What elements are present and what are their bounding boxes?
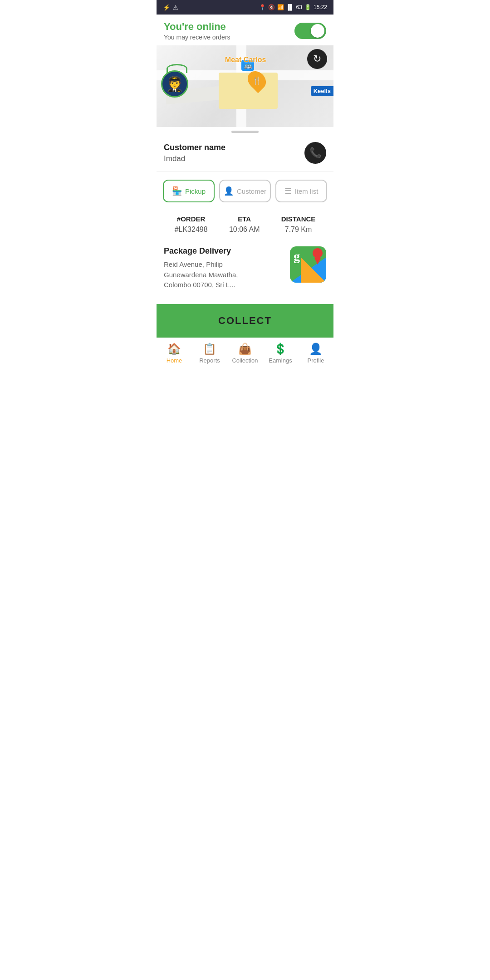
nav-profile[interactable]: 👤 Profile — [298, 343, 333, 364]
reports-nav-label: Reports — [199, 357, 220, 364]
reports-nav-icon: 📋 — [203, 343, 216, 355]
usb-icon: ⚡ — [163, 4, 170, 11]
order-number-label: #ORDER — [177, 215, 206, 223]
location-icon: 📍 — [259, 4, 266, 10]
status-left-icons: ⚡ ⚠ — [163, 4, 178, 11]
home-nav-icon: 🏠 — [167, 343, 181, 355]
profile-nav-label: Profile — [308, 357, 324, 364]
customer-tab-label: Customer — [237, 187, 266, 195]
customer-name-label: Customer name — [164, 143, 225, 152]
itemlist-tab-icon: ☰ — [284, 186, 292, 196]
battery-icon: 🔋 — [304, 4, 311, 10]
rider-avatar: 🧑‍✈️ — [161, 70, 193, 102]
order-number-value: #LK32498 — [175, 225, 208, 234]
pin-head — [313, 248, 323, 258]
eta-label: ETA — [238, 215, 251, 223]
order-info: #ORDER #LK32498 ETA 10:06 AM DISTANCE 7.… — [157, 209, 333, 242]
earnings-nav-label: Earnings — [269, 357, 292, 364]
rider-circle: 🧑‍✈️ — [161, 70, 188, 98]
status-bar: ⚡ ⚠ 📍 🔇 📶 ▐▌ 63 🔋 15:22 — [157, 0, 333, 15]
tab-customer[interactable]: 👤 Customer — [219, 180, 271, 202]
package-address: Reid Avenue, Philip Gunewardena Mawatha,… — [164, 260, 264, 290]
collect-button[interactable]: COLLECT — [157, 304, 333, 338]
nav-home[interactable]: 🏠 Home — [157, 343, 192, 364]
profile-nav-icon: 👤 — [309, 343, 323, 355]
pickup-tab-icon: 🏪 — [172, 186, 182, 196]
keells-label: Keells — [311, 86, 333, 96]
bottom-nav: 🏠 Home 📋 Reports 👜 Collection 💲 Earnings… — [157, 338, 333, 371]
eta-value: 10:06 AM — [229, 225, 260, 234]
nav-earnings[interactable]: 💲 Earnings — [263, 343, 298, 364]
package-title: Package Delivery — [164, 246, 264, 256]
swipe-indicator — [157, 127, 333, 135]
tab-item-list[interactable]: ☰ Item list — [275, 180, 327, 202]
customer-name-left: Customer name Imdad — [164, 143, 225, 163]
collection-nav-label: Collection — [232, 357, 258, 364]
pickup-tab-label: Pickup — [185, 187, 206, 195]
online-toggle[interactable] — [294, 23, 326, 39]
restaurant-label: Meat Carlos — [225, 56, 266, 64]
online-title: You're online — [164, 21, 230, 33]
itemlist-tab-label: Item list — [295, 187, 318, 195]
nav-reports[interactable]: 📋 Reports — [192, 343, 227, 364]
distance-value: 7.79 Km — [285, 225, 312, 234]
gmap-background: g — [290, 246, 326, 283]
distance-col: DISTANCE 7.79 Km — [281, 215, 316, 234]
earnings-nav-icon: 💲 — [274, 343, 287, 355]
refresh-button[interactable]: ↻ — [307, 49, 327, 69]
order-number-col: #ORDER #LK32498 — [175, 215, 208, 234]
signal-icon: ▐▌ — [286, 4, 294, 10]
customer-name-section: Customer name Imdad 📞 — [157, 135, 333, 172]
battery-label: 63 — [296, 4, 302, 10]
swipe-bar — [231, 131, 259, 133]
gmap-pin — [313, 248, 323, 265]
gmap-g-letter: g — [294, 249, 300, 264]
google-maps-button[interactable]: g — [290, 246, 326, 283]
map-area[interactable]: 🚌 Meat Carlos Keells 🧑‍✈️ ↻ — [157, 45, 333, 127]
rider-figure-icon: 🧑‍✈️ — [166, 75, 184, 93]
tabs-row: 🏪 Pickup 👤 Customer ☰ Item list — [157, 172, 333, 209]
online-banner: You're online You may receive orders — [157, 15, 333, 45]
warning-icon: ⚠ — [173, 4, 178, 11]
customer-name-value: Imdad — [164, 154, 225, 163]
toggle-knob — [311, 24, 324, 38]
eta-col: ETA 10:06 AM — [229, 215, 260, 234]
online-text: You're online You may receive orders — [164, 21, 230, 41]
online-subtitle: You may receive orders — [164, 34, 230, 41]
tab-pickup[interactable]: 🏪 Pickup — [163, 180, 215, 202]
pin-tail — [314, 258, 321, 265]
package-section: Package Delivery Reid Avenue, Philip Gun… — [157, 242, 333, 299]
collection-nav-icon: 👜 — [238, 343, 252, 355]
restaurant-marker: Meat Carlos — [249, 70, 265, 90]
time-display: 15:22 — [314, 4, 327, 10]
customer-tab-icon: 👤 — [224, 186, 234, 196]
nav-collection[interactable]: 👜 Collection — [227, 343, 263, 364]
wifi-icon: 📶 — [277, 4, 284, 10]
home-nav-label: Home — [167, 357, 182, 364]
status-right-icons: 📍 🔇 📶 ▐▌ 63 🔋 15:22 — [259, 4, 327, 10]
call-button[interactable]: 📞 — [304, 142, 326, 164]
package-text: Package Delivery Reid Avenue, Philip Gun… — [164, 246, 264, 290]
distance-label: DISTANCE — [281, 215, 316, 223]
mute-icon: 🔇 — [268, 4, 275, 10]
